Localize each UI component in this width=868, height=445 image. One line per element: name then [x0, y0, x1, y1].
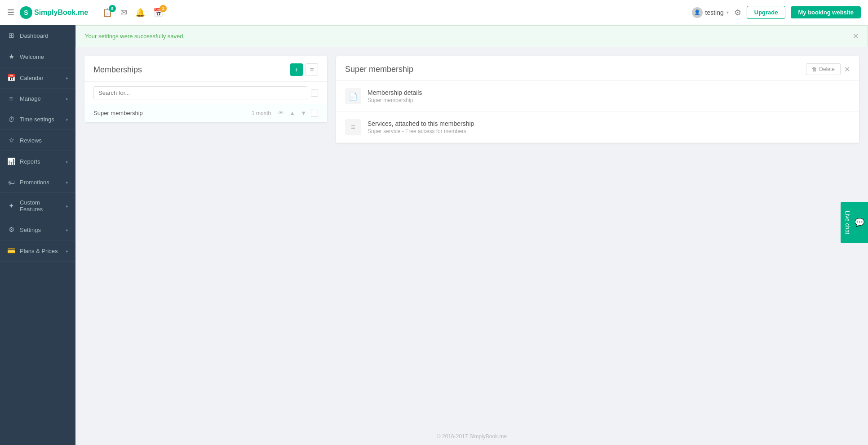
reviews-icon: ☆ [7, 136, 15, 144]
messages-nav-icon[interactable]: 📋 8 [102, 8, 112, 18]
live-chat-icon: 💬 [855, 218, 864, 227]
sidebar-item-reports[interactable]: 📊 Reports ▸ [0, 151, 75, 172]
navbar: ☰ S SimplyBook.me 📋 8 ✉ 🔔 📅 1 [0, 0, 868, 25]
chevron-icon: ▸ [66, 76, 68, 80]
sidebar: ⊞ Dashboard ★ Welcome 📅 Calendar ▸ ≡ Man… [0, 25, 75, 445]
footer-text: © 2016-2017 SimplyBook.me [437, 433, 507, 440]
live-chat-label: Live chat [844, 211, 851, 234]
success-banner: Your settings were successfully saved. ✕ [75, 25, 868, 47]
navbar-left: ☰ S SimplyBook.me 📋 8 ✉ 🔔 📅 1 [7, 6, 163, 19]
sidebar-item-label: Plans & Prices [20, 248, 62, 254]
custom-features-icon: ✦ [7, 202, 15, 210]
live-chat-widget[interactable]: 💬 Live chat [841, 202, 868, 243]
memberships-search-row [84, 82, 327, 104]
sidebar-item-promotions[interactable]: 🏷 Promotions ▸ [0, 172, 75, 193]
sidebar-item-calendar[interactable]: 📅 Calendar ▸ [0, 67, 75, 89]
services-option[interactable]: ≡ Services, attached to this membership … [336, 112, 859, 143]
super-membership-panel: Super membership 🗑 Delete ✕ 📄 Membe [336, 56, 859, 143]
memberships-panel: Memberships + ≡ Super membership 1 month… [84, 56, 327, 122]
chevron-icon: ▸ [66, 227, 68, 232]
sidebar-item-label: Custom Features [20, 199, 62, 213]
sidebar-item-settings[interactable]: ⚙ Settings ▸ [0, 219, 75, 240]
bell-nav-icon[interactable]: 🔔 [135, 8, 145, 18]
calendar-sidebar-icon: 📅 [7, 74, 15, 82]
sidebar-item-custom-features[interactable]: ✦ Custom Features ▸ [0, 193, 75, 219]
time-icon: ⏱ [7, 116, 15, 123]
bell-icon: 🔔 [135, 8, 145, 17]
sidebar-item-plans-prices[interactable]: 💳 Plans & Prices ▸ [0, 240, 75, 262]
close-super-panel-button[interactable]: ✕ [844, 65, 850, 74]
membership-details-option[interactable]: 📄 Membership details Super membership [336, 81, 859, 112]
settings-icon-button[interactable]: ⚙ [734, 8, 741, 18]
super-panel-header: Super membership 🗑 Delete ✕ [336, 56, 859, 81]
membership-details-text: Membership details Super membership [368, 89, 850, 103]
upgrade-button[interactable]: Upgrade [747, 6, 786, 19]
membership-duration: 1 month [252, 110, 271, 116]
option-subtitle: Super membership [368, 97, 850, 103]
mail-nav-icon[interactable]: ✉ [120, 8, 127, 18]
sidebar-item-label: Promotions [20, 179, 62, 186]
logo-icon: S [20, 6, 32, 19]
chevron-up-icon[interactable]: ▲ [288, 109, 297, 117]
calendar-nav-icon[interactable]: 📅 1 [153, 8, 163, 18]
navbar-right: 👤 testing ▾ ⚙ Upgrade My booking website [692, 6, 861, 19]
footer: © 2016-2017 SimplyBook.me [75, 428, 868, 445]
chevron-icon: ▸ [66, 204, 68, 209]
sidebar-item-label: Calendar [20, 75, 62, 81]
user-chevron-icon: ▾ [726, 10, 729, 15]
booking-website-button[interactable]: My booking website [791, 6, 861, 18]
sidebar-item-reviews[interactable]: ☆ Reviews [0, 130, 75, 151]
services-text: Services, attached to this membership Su… [368, 120, 850, 134]
hamburger-icon[interactable]: ☰ [7, 8, 14, 18]
option-title: Services, attached to this membership [368, 120, 850, 127]
membership-row[interactable]: Super membership 1 month 👁 ▲ ▼ [84, 104, 327, 122]
memberships-panel-header: Memberships + ≡ [84, 56, 327, 82]
settings-icon: ⚙ [7, 226, 15, 234]
sidebar-item-label: Manage [20, 95, 62, 102]
sidebar-item-label: Reviews [20, 137, 68, 144]
content-area: Your settings were successfully saved. ✕… [75, 25, 868, 445]
sidebar-item-welcome[interactable]: ★ Welcome [0, 46, 75, 67]
welcome-icon: ★ [7, 53, 15, 61]
success-message: Your settings were successfully saved. [85, 33, 185, 40]
list-view-button[interactable]: ≡ [306, 63, 318, 76]
membership-details-icon: 📄 [345, 88, 361, 104]
super-membership-title: Super membership [345, 65, 413, 74]
plans-icon: 💳 [7, 247, 15, 255]
select-all-checkbox[interactable] [311, 89, 318, 97]
messages-badge: 8 [109, 5, 116, 12]
add-membership-button[interactable]: + [290, 63, 303, 76]
sidebar-item-label: Time settings [20, 116, 62, 123]
chevron-icon: ▸ [66, 249, 68, 254]
calendar-badge: 1 [159, 5, 167, 12]
close-banner-button[interactable]: ✕ [853, 32, 859, 40]
user-name: testing [705, 9, 724, 16]
option-title: Membership details [368, 89, 850, 96]
sidebar-item-time-settings[interactable]: ⏱ Time settings ▸ [0, 109, 75, 130]
main-layout: ⊞ Dashboard ★ Welcome 📅 Calendar ▸ ≡ Man… [0, 25, 868, 445]
chevron-down-icon[interactable]: ▼ [299, 109, 308, 117]
memberships-search-input[interactable] [93, 86, 307, 99]
chevron-icon: ▸ [66, 117, 68, 122]
chevron-icon: ▸ [66, 180, 68, 185]
sidebar-item-label: Reports [20, 158, 62, 165]
sidebar-item-label: Settings [20, 227, 62, 233]
eye-icon[interactable]: 👁 [276, 109, 286, 117]
sidebar-item-manage[interactable]: ≡ Manage ▸ [0, 89, 75, 109]
user-info[interactable]: 👤 testing ▾ [692, 7, 729, 18]
sidebar-item-label: Welcome [20, 53, 68, 60]
reports-icon: 📊 [7, 157, 15, 165]
memberships-title: Memberships [93, 65, 142, 75]
navbar-icons: 📋 8 ✉ 🔔 📅 1 [102, 8, 163, 18]
delete-label: Delete [819, 66, 835, 72]
logo[interactable]: S SimplyBook.me [20, 6, 88, 19]
memberships-panel-actions: + ≡ [290, 63, 318, 76]
dashboard-icon: ⊞ [7, 31, 15, 40]
super-panel-header-actions: 🗑 Delete ✕ [806, 63, 850, 75]
membership-checkbox[interactable] [311, 110, 318, 117]
option-subtitle: Super service - Free access for members [368, 128, 850, 134]
delete-button[interactable]: 🗑 Delete [806, 63, 841, 75]
sidebar-item-dashboard[interactable]: ⊞ Dashboard [0, 25, 75, 46]
promotions-icon: 🏷 [7, 178, 15, 186]
services-icon: ≡ [345, 119, 361, 135]
